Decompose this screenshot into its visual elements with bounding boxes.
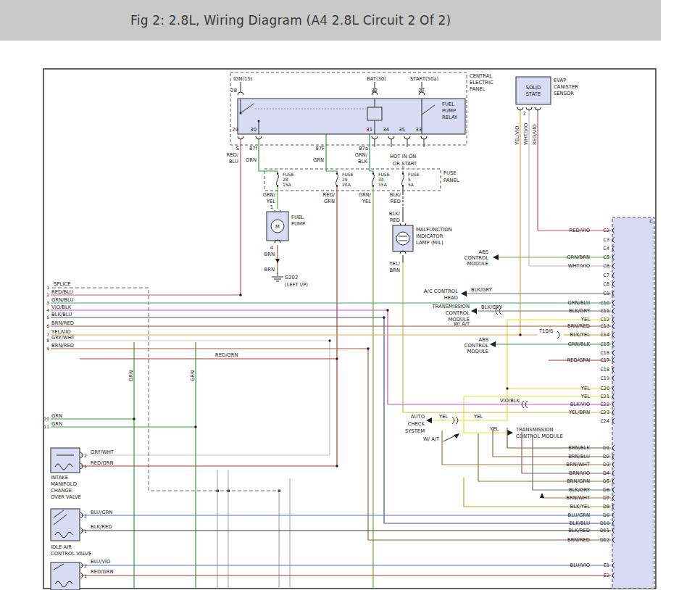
fuel-pump: 1 M FUEL PUMP 4 BRN BRN G202 (LEFT I/P) [264, 204, 309, 288]
splice-row-number: 10 [43, 416, 49, 421]
wire-label: RED [391, 199, 401, 204]
pin-number: 2 [523, 110, 526, 115]
splice-rows: 1RED/BLU2GRN/BLU3VIO/BLK4BLK/BLU5BRN/RED… [43, 285, 611, 429]
wire-label: YEL [489, 426, 499, 432]
splice-title: SPLICE [54, 281, 70, 287]
pin-id: C4 [603, 246, 609, 252]
wire-label: RED/GRN [91, 569, 114, 575]
pin-number: 33 [415, 127, 422, 133]
pin-id: D6 [603, 487, 609, 493]
wire-label: BLK [358, 159, 367, 165]
fuse-symbol [336, 174, 338, 186]
splice-row-number: 1 [46, 285, 49, 290]
device-name: OVER VALVE [51, 494, 81, 500]
wire-label: YEL [473, 414, 483, 420]
fuse-name: FUSE [378, 172, 390, 177]
relay-output-terminal: S [236, 146, 239, 151]
diagram-border [43, 69, 656, 589]
splice-row-number: 5 [46, 315, 49, 320]
tcm-label: TRANSMISSION [431, 304, 470, 309]
fuse-symbol [277, 174, 279, 186]
pin-id: E1 [604, 562, 609, 568]
bottom-device: 2 BLU/VIO 1 RED/GRN [51, 559, 114, 590]
fuse-panel-label: PANEL [443, 178, 459, 183]
left-arrow [461, 291, 467, 296]
fuse-name: FUSE [283, 172, 294, 177]
left-arrow [426, 417, 432, 423]
pin-id: C21 [600, 394, 609, 399]
wire-label: GRN/BLU [51, 297, 73, 303]
mil-label: MALFUNCTION [416, 227, 452, 233]
wire-label: GRN/ [355, 152, 368, 158]
connector-designation: C [649, 219, 653, 225]
device-name: IDLE AIR [51, 544, 72, 550]
wire-label: BRN [264, 252, 275, 257]
tcm-label: CONTROL MODULE [516, 433, 563, 439]
fuse-rating: 5A [408, 182, 414, 187]
pin-number: 2 [84, 563, 87, 568]
inline-connector-label: T10/6 [538, 328, 553, 334]
evap-canister-sensor: SOLID STATE EVAP CANISTER SENSOR 2 YEL/V… [514, 77, 578, 146]
pin-id: D2 [603, 454, 609, 460]
pin-id: C23 [600, 410, 609, 415]
device-name: MANIFOLD [51, 481, 77, 487]
relay-label: PUMP [442, 108, 456, 114]
wire-direction-arrow [275, 259, 280, 263]
evap-label: EVAP [554, 78, 566, 83]
abs-module-label: MODULE [467, 349, 488, 354]
pointer-arrow [454, 433, 459, 439]
pin-id: C16 [600, 350, 609, 356]
wire-label: GRY/WHT [91, 449, 114, 455]
ground-label: G202 [285, 275, 298, 281]
fuse-panel: FUSE PANEL FUSE2815AFUSE2920AFUSE3415AFU… [263, 169, 459, 204]
wire-label-vertical: GRN [128, 370, 134, 381]
pin-id: C5 [603, 254, 609, 260]
pin-id: D3 [603, 462, 609, 468]
wire-label: BLU/GRN [91, 510, 112, 515]
pin-wire-label: RED/VIO [569, 228, 590, 233]
mil-label: INDICATOR [416, 233, 443, 239]
terminal-start-label: START(50a) [410, 76, 438, 82]
evap-label: SENSOR [554, 91, 574, 96]
pin-wire-label: BLU/GRN [568, 512, 590, 518]
pin-id: C20 [600, 386, 609, 391]
wire-label: RED/GRN [91, 460, 114, 466]
central-electric-panel: CENTRAL ELECTRIC PANEL IGN(15) 28 BAT(30… [226, 72, 493, 167]
pin-id: D8 [603, 504, 609, 510]
relay-output-terminal: 87f [249, 146, 258, 151]
splice-row-number: 11 [43, 424, 49, 429]
wire-label: BLK/GRY [471, 287, 493, 293]
wire-label: VIO/BLK [51, 304, 72, 310]
pin-id: C18 [600, 367, 609, 373]
splice-row-number: 3 [46, 300, 49, 305]
fuel-pump-label: PUMP [291, 221, 305, 227]
ground-label: (LEFT I/P) [285, 282, 308, 288]
fuel-pump-label: FUEL [291, 215, 304, 220]
tcm-label: TRANSMISSION [515, 427, 554, 433]
pin-id: C24 [600, 418, 609, 424]
wire-label: GRN [51, 421, 62, 427]
pin-id: C17 [600, 357, 609, 363]
device-box [51, 509, 80, 541]
wire-label: RED/ [226, 152, 238, 158]
splice-row-number: 4 [46, 307, 49, 312]
mil-label: LAMP (MIL) [416, 240, 443, 246]
fuse-number: 29 [342, 177, 348, 182]
pin-wire-label: BRN/BLK [568, 445, 590, 451]
wiring-diagram: CENTRAL ELECTRIC PANEL IGN(15) 28 BAT(30… [0, 0, 700, 590]
wire-label: GRY/WHT [51, 335, 75, 341]
relay-output-terminal: 87F [315, 146, 325, 151]
pin-wire-label: BRN/RED [567, 537, 590, 543]
tcm-label: CONTROL [446, 310, 470, 316]
device-name: CHANGE- [51, 488, 74, 494]
fuse-number: 34 [378, 177, 384, 182]
wire-label: YEL/ [388, 261, 400, 267]
pin-wire-label: BRN/VIO [569, 470, 590, 476]
hot-label: OR START [393, 161, 417, 167]
wire-label: VIO/BLK [500, 398, 520, 404]
device-name: CONTROL VALVE [51, 551, 91, 557]
wire-label: GRN [324, 199, 335, 204]
pin-wire-label: GRN/BRN [567, 254, 590, 260]
fuse-rating: 20A [342, 182, 351, 187]
pin-wire-label: BRN/RED [567, 323, 590, 329]
